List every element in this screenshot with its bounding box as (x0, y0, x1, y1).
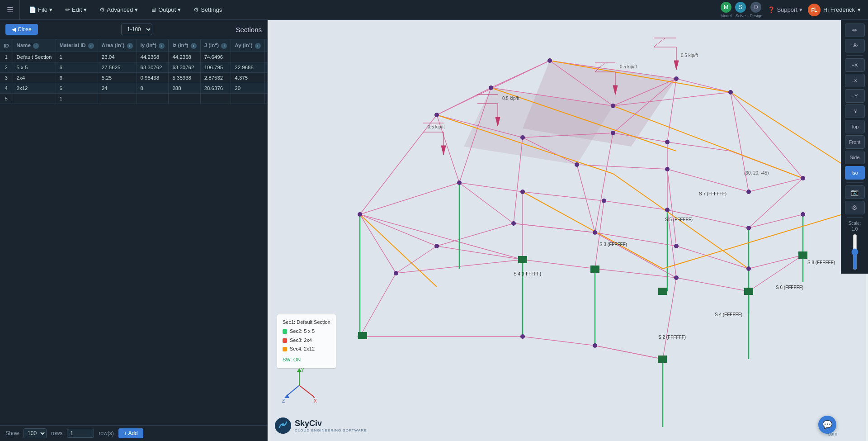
pencil-button[interactable]: ✏ (845, 24, 865, 37)
svg-text:(30, 20, -45): (30, 20, -45) (744, 171, 769, 175)
cell-1: 2x12 (13, 83, 56, 94)
front-button[interactable]: Front (845, 135, 865, 149)
mode-model-group[interactable]: M Model (721, 2, 732, 18)
svg-point-121 (593, 343, 597, 348)
iso-button[interactable]: Iso (845, 166, 865, 180)
add-button[interactable]: + Add (118, 428, 143, 438)
support-button[interactable]: ❓ Support ▾ (768, 6, 802, 13)
chat-bubble[interactable]: 💬 (818, 416, 836, 434)
minus-x-button[interactable]: -X (845, 74, 865, 87)
cell-7: 4.375 (231, 73, 264, 83)
nav-right: M Model S Solve D Design ❓ Support ▾ FL … (721, 2, 868, 18)
table-row[interactable]: 32x465.250.984385.359382.875324.3754.375 (0, 73, 267, 83)
table-row[interactable]: 42x12624828828.63762020 (0, 83, 267, 94)
svg-point-88 (547, 58, 552, 63)
area-info-icon[interactable]: i (127, 43, 133, 49)
ay-info-icon[interactable]: i (255, 43, 261, 49)
eye-button[interactable]: 👁 (845, 39, 865, 52)
scale-slider[interactable] (853, 234, 857, 270)
mode-solve-group[interactable]: S Solve (735, 2, 746, 18)
svg-line-167 (299, 385, 314, 397)
user-button[interactable]: FL Hi Frederick ▾ (808, 4, 861, 16)
panel-title: Sections (236, 26, 262, 33)
sec4-color-dot (283, 347, 287, 351)
nav-items: 📄 File ▾ ✏ Edit ▾ ⚙ Advanced ▾ 🖥 Output … (20, 4, 721, 16)
cell-7: 22.9688 (231, 62, 264, 73)
col-iz: Iz (in⁴) i (169, 39, 200, 52)
settings-menu[interactable]: ⚙ Settings (188, 4, 227, 16)
iz-info-icon[interactable]: i (191, 43, 197, 49)
cell-8: 4.375 (264, 73, 267, 83)
panel-footer: Show 100 50 25 rows row(s) + Add (0, 425, 267, 441)
cell-0: 5 (0, 94, 13, 104)
j-info-icon[interactable]: i (221, 43, 227, 49)
cell-8 (264, 52, 267, 62)
svg-text:S 5 (FFFFFF): S 5 (FFFFFF) (665, 217, 693, 222)
legend: Sec1: Default Section Sec2: 5 x 5 Sec3: … (277, 314, 336, 369)
svg-point-104 (520, 190, 525, 194)
svg-point-97 (575, 162, 579, 167)
table-row[interactable]: 51 (0, 94, 267, 104)
user-chevron-icon: ▾ (858, 6, 861, 13)
axis-indicator: Z X Y (281, 367, 317, 405)
rows-label: rows (51, 430, 62, 436)
svg-point-174 (282, 423, 284, 426)
cell-6: 2.87532 (200, 73, 231, 83)
svg-point-103 (457, 180, 462, 185)
col-area: Area (in²) i (98, 39, 137, 52)
svg-point-108 (801, 212, 805, 217)
minus-y-button[interactable]: -Y (845, 104, 865, 118)
sidebar-panel: ◀ Close 1-100 Sections ID Name i Materia… (0, 20, 268, 441)
col-ay: Ay (in²) i (231, 39, 264, 52)
canvas-area[interactable]: 0.5 kip/ft 0.5 kip/ft 0.5 kip/ft 0.5 kip… (268, 20, 868, 441)
file-chevron-icon: ▾ (49, 6, 52, 13)
cell-3 (98, 94, 137, 104)
name-info-icon[interactable]: i (33, 43, 39, 49)
svg-point-120 (520, 334, 525, 339)
settings2-button[interactable]: ⚙ (845, 201, 865, 214)
close-button[interactable]: ◀ Close (5, 24, 38, 35)
table-row[interactable]: 1Default Section123.0444.236844.236874.6… (0, 52, 267, 62)
file-menu[interactable]: 📄 File ▾ (24, 4, 58, 16)
cell-0: 1 (0, 52, 13, 62)
camera-button[interactable]: 📷 (845, 185, 865, 199)
plus-x-button[interactable]: +X (845, 58, 865, 72)
cell-4: 44.2368 (137, 52, 169, 62)
rows-select[interactable]: 100 50 25 (24, 428, 47, 438)
advanced-icon: ⚙ (99, 6, 105, 13)
edit-menu[interactable]: ✏ Edit ▾ (60, 4, 92, 16)
side-button[interactable]: Side (845, 151, 865, 164)
output-menu[interactable]: 🖥 Output ▾ (145, 4, 186, 16)
mode-design-group[interactable]: D Design (750, 2, 762, 18)
table-row[interactable]: 25 x 5627.562563.3076263.30762106.79522.… (0, 62, 267, 73)
cell-0: 2 (0, 62, 13, 73)
svg-rect-130 (358, 332, 367, 339)
advanced-menu[interactable]: ⚙ Advanced ▾ (94, 4, 143, 16)
cell-0: 3 (0, 73, 13, 83)
cell-7: 20 (231, 83, 264, 94)
row-input[interactable] (67, 429, 94, 438)
hamburger-button[interactable]: ☰ (0, 0, 20, 20)
close-arrow-icon: ◀ (12, 26, 16, 33)
page-select[interactable]: 1-100 (121, 24, 152, 35)
cell-8: 20 (264, 83, 267, 94)
svg-point-99 (746, 190, 751, 194)
material-info-icon[interactable]: i (88, 43, 94, 49)
cell-2: 6 (56, 62, 98, 73)
svg-rect-128 (744, 288, 753, 295)
mode-icons: M Model S Solve D Design (721, 2, 763, 18)
svg-point-94 (520, 135, 525, 140)
table-header-row: ID Name i Material ID i Area (in²) i Iy … (0, 39, 267, 52)
top-button[interactable]: Top (845, 120, 865, 133)
svg-marker-168 (312, 394, 315, 398)
cell-5: 44.2368 (169, 52, 200, 62)
svg-point-119 (394, 271, 398, 275)
settings-icon: ⚙ (193, 6, 199, 13)
svg-rect-126 (590, 266, 599, 273)
svg-text:0.5 kip/ft: 0.5 kip/ft (620, 64, 637, 69)
col-j: J (in⁴) i (200, 39, 231, 52)
svg-point-116 (674, 275, 679, 280)
plus-y-button[interactable]: +Y (845, 89, 865, 103)
iy-info-icon[interactable]: i (159, 43, 165, 49)
cell-2: 6 (56, 73, 98, 83)
